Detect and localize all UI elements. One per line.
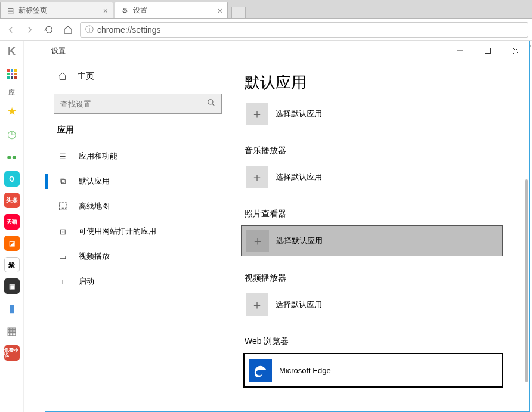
svg-rect-1 <box>485 48 491 54</box>
chooser-label: 选择默认应用 <box>276 236 323 246</box>
rail-wechat-icon[interactable]: ●● <box>4 148 20 165</box>
url-input[interactable]: ⓘ chrome://settings <box>80 22 528 38</box>
rail-ju-icon[interactable]: 聚 <box>4 257 20 272</box>
plus-icon: ＋ <box>246 293 268 316</box>
map-icon: ⿺ <box>57 202 68 211</box>
settings-nav: 主页 应用 ☰ 应用和功能 ⧉ 默认应用 ⿺ 离线地图 ⊡ <box>45 60 230 411</box>
plus-icon: ＋ <box>246 103 268 125</box>
nav-apps-features[interactable]: ☰ 应用和功能 <box>54 144 222 169</box>
rail-novel-icon[interactable]: 免费小说 <box>4 345 20 361</box>
rail-clock-icon[interactable]: ◷ <box>4 126 20 143</box>
window-titlebar: 设置 <box>45 41 529 60</box>
close-button[interactable] <box>502 42 529 60</box>
section-video-label: 视频播放器 <box>245 273 515 284</box>
minimize-icon <box>457 48 463 54</box>
maximize-button[interactable] <box>474 42 502 60</box>
rail-radio-icon[interactable]: ▦ <box>4 323 20 339</box>
rail-book-icon[interactable]: ▮ <box>4 300 20 317</box>
startup-icon: ⟂ <box>57 277 68 286</box>
left-rail: K 应 ★ ◷ ●● Q 头条 天猫 ◪ 聚 ▣ ▮ ▦ 免费小说 <box>0 41 24 412</box>
minimize-button[interactable] <box>447 42 474 60</box>
info-icon: ⓘ <box>85 24 94 35</box>
home-icon <box>63 25 73 35</box>
tab-title: 设置 <box>133 5 147 16</box>
tab-title: 新标签页 <box>18 5 47 16</box>
forward-button[interactable] <box>23 23 37 37</box>
nav-item-label: 启动 <box>79 276 94 287</box>
new-tab-button[interactable] <box>231 7 246 18</box>
tab-new[interactable]: ▤ 新标签页 × <box>0 2 113 18</box>
plus-icon: ＋ <box>246 166 268 188</box>
nav-offline-maps[interactable]: ⿺ 离线地图 <box>54 194 222 219</box>
rail-video-icon[interactable]: ▣ <box>4 278 20 294</box>
reload-icon <box>44 25 54 35</box>
nav-home[interactable]: 主页 <box>54 66 222 86</box>
maximize-icon <box>485 48 491 54</box>
choose-music-player[interactable]: ＋ 选择默认应用 <box>245 162 515 192</box>
search-input[interactable] <box>60 100 207 109</box>
tab-close-icon[interactable]: × <box>103 6 108 16</box>
tab-strip: ▤ 新标签页 × ⚙ 设置 × <box>0 0 532 19</box>
choose-video-player[interactable]: ＋ 选择默认应用 <box>245 290 515 320</box>
search-icon <box>207 98 215 109</box>
nav-item-label: 视频播放 <box>79 251 110 262</box>
chooser-label: 选择默认应用 <box>276 172 322 182</box>
rail-star-icon[interactable]: ★ <box>4 103 20 120</box>
nav-item-label: 应用和功能 <box>79 151 117 162</box>
nav-startup[interactable]: ⟂ 启动 <box>54 269 222 294</box>
chooser-label: 选择默认应用 <box>276 109 322 119</box>
doc-icon: ▤ <box>5 6 15 16</box>
tab-close-icon[interactable]: × <box>218 6 222 16</box>
nav-home-label: 主页 <box>78 71 94 82</box>
choose-default-top[interactable]: ＋ 选择默认应用 <box>245 99 515 129</box>
window-title: 设置 <box>51 46 66 56</box>
rail-logo[interactable]: K <box>4 43 20 60</box>
arrow-left-icon <box>5 24 16 35</box>
gear-icon: ⚙ <box>120 6 129 16</box>
nav-section-title: 应用 <box>57 125 222 135</box>
address-bar: ⓘ chrome://settings <box>0 19 532 41</box>
section-music-label: 音乐播放器 <box>245 145 515 156</box>
settings-window: 设置 主页 <box>45 41 530 412</box>
video-icon: ▭ <box>57 252 68 261</box>
rail-tmall-icon[interactable]: 天猫 <box>4 214 20 230</box>
arrow-right-icon <box>24 24 35 35</box>
svg-point-4 <box>208 100 213 104</box>
nav-apps-for-websites[interactable]: ⊡ 可使用网站打开的应用 <box>54 219 222 244</box>
nav-default-apps[interactable]: ⧉ 默认应用 <box>54 169 222 194</box>
close-icon <box>512 48 519 54</box>
section-web-label: Web 浏览器 <box>245 336 515 347</box>
choose-web-browser[interactable]: Microsoft Edge <box>243 353 503 388</box>
home-icon <box>57 72 68 81</box>
nav-item-label: 离线地图 <box>79 201 110 212</box>
section-photo-label: 照片查看器 <box>245 209 515 219</box>
page-title: 默认应用 <box>245 72 515 93</box>
defaults-icon: ⧉ <box>57 176 68 186</box>
rail-cart-icon[interactable]: ◪ <box>4 236 20 251</box>
search-settings[interactable] <box>54 94 222 114</box>
rail-q-icon[interactable]: Q <box>4 171 20 187</box>
rail-toutiao-icon[interactable]: 头条 <box>4 193 20 208</box>
reload-button[interactable] <box>42 23 56 37</box>
plus-icon: ＋ <box>246 230 269 252</box>
svg-line-5 <box>212 104 215 106</box>
edge-icon <box>249 359 272 382</box>
web-icon: ⊡ <box>57 227 68 236</box>
home-button[interactable] <box>61 23 75 37</box>
back-button[interactable] <box>4 23 18 37</box>
nav-item-label: 可使用网站打开的应用 <box>79 226 156 237</box>
nav-item-label: 默认应用 <box>79 176 110 187</box>
settings-main: 默认应用 ＋ 选择默认应用 音乐播放器 ＋ 选择默认应用 照片查看器 ＋ 选择默… <box>230 60 529 411</box>
scrollbar[interactable] <box>525 179 528 382</box>
url-text: chrome://settings <box>97 25 161 35</box>
tab-settings[interactable]: ⚙ 设置 × <box>115 2 228 18</box>
choose-photo-viewer[interactable]: ＋ 选择默认应用 <box>241 225 503 256</box>
chooser-label: 选择默认应用 <box>276 299 322 310</box>
list-icon: ☰ <box>57 152 68 161</box>
chooser-label: Microsoft Edge <box>279 366 331 375</box>
rail-apps-label: 应 <box>8 88 15 97</box>
rail-apps-icon[interactable] <box>4 66 20 82</box>
nav-video-playback[interactable]: ▭ 视频播放 <box>54 244 222 269</box>
